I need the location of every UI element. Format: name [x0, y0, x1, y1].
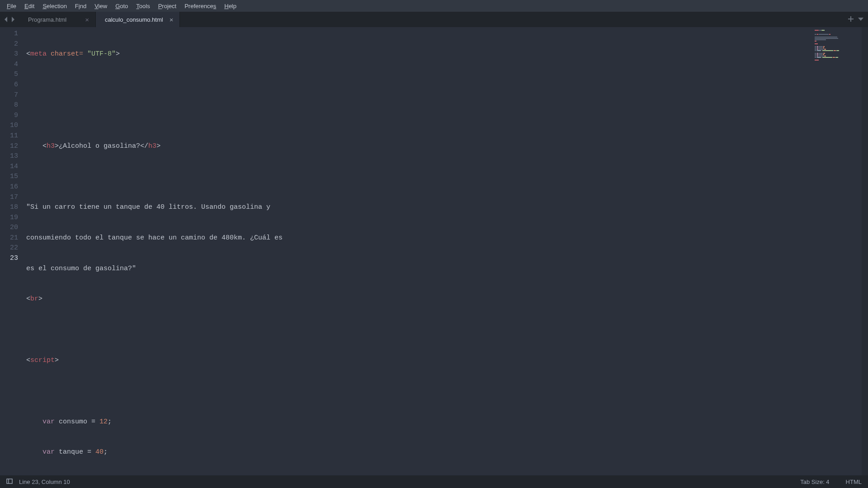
menu-tools[interactable]: Tools — [132, 1, 154, 11]
gutter: 1234567891011121314151617181920212223 — [0, 27, 23, 475]
editor[interactable]: 1234567891011121314151617181920212223 <m… — [0, 27, 868, 475]
panel-toggle-icon[interactable] — [6, 478, 13, 486]
menu-find[interactable]: Find — [71, 1, 90, 11]
close-icon[interactable]: × — [170, 16, 174, 23]
tab-calculo-consumo[interactable]: calculo_consumo.html × — [96, 12, 180, 27]
code-area[interactable]: <meta charset= "UTF-8"> <h3>¿Alcohol o g… — [23, 27, 868, 475]
tab-label: calculo_consumo.html — [105, 16, 163, 23]
menu-goto[interactable]: Goto — [111, 1, 132, 11]
tab-dropdown-button[interactable] — [858, 16, 863, 23]
tab-size[interactable]: Tab Size: 4 — [800, 479, 829, 485]
menu-file[interactable]: File — [3, 1, 20, 11]
close-icon[interactable]: × — [85, 16, 89, 23]
vertical-scrollbar[interactable] — [862, 27, 868, 475]
menu-view[interactable]: View — [90, 1, 111, 11]
menu-project[interactable]: Project — [154, 1, 180, 11]
nav-back-icon — [4, 17, 8, 22]
syntax-mode[interactable]: HTML — [846, 479, 862, 485]
tab-programa[interactable]: Programa.html × — [19, 12, 96, 27]
svg-rect-0 — [7, 479, 12, 483]
menu-selection[interactable]: Selection — [38, 1, 71, 11]
cursor-position[interactable]: Line 23, Column 10 — [19, 479, 70, 485]
new-tab-button[interactable] — [848, 16, 854, 23]
menu-edit[interactable]: Edit — [20, 1, 38, 11]
menu-bar: File Edit Selection Find View Goto Tools… — [0, 0, 868, 12]
tab-label: Programa.html — [28, 16, 79, 23]
tab-bar: Programa.html × calculo_consumo.html × — [0, 12, 868, 27]
menu-help[interactable]: Help — [220, 1, 241, 11]
minimap[interactable] — [815, 30, 860, 475]
tab-nav-arrows[interactable] — [0, 12, 19, 27]
menu-preferences[interactable]: Preferences — [180, 1, 220, 11]
nav-forward-icon — [11, 17, 15, 22]
status-bar: Line 23, Column 10 Tab Size: 4 HTML — [0, 475, 868, 488]
